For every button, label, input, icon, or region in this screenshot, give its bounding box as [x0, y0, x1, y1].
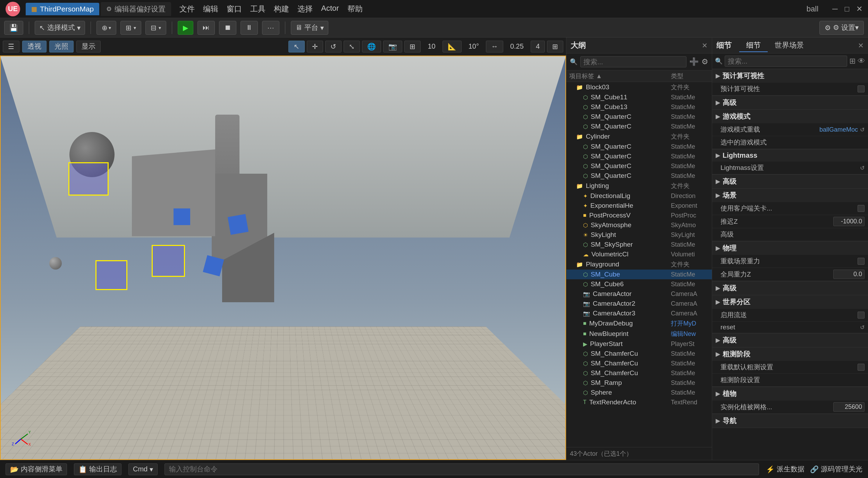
- property-checkbox[interactable]: [858, 258, 865, 265]
- selected-box-2[interactable]: [153, 246, 184, 276]
- settings-button[interactable]: ⚙ ⚙ 设置▾: [819, 21, 864, 35]
- details-section-header[interactable]: ▶高级: [712, 333, 868, 347]
- layout-button[interactable]: ⊞: [547, 41, 563, 52]
- add-actor-button[interactable]: ⊕▾: [96, 21, 116, 35]
- property-number-input[interactable]: [833, 217, 865, 226]
- property-number-input[interactable]: [833, 402, 865, 412]
- grid-tool-button[interactable]: ⊞: [404, 41, 421, 52]
- tree-row[interactable]: ⬡SM_ChamferCuStaticMe: [566, 349, 712, 358]
- details-section-header[interactable]: ▶植物: [712, 387, 868, 401]
- reset-icon[interactable]: ↺: [860, 126, 865, 133]
- outline-settings-icon[interactable]: ⚙: [701, 57, 708, 66]
- menu-help[interactable]: 帮助: [347, 4, 363, 14]
- menu-file[interactable]: 文件: [179, 4, 195, 14]
- stop-button[interactable]: ⏹: [219, 21, 236, 35]
- tree-row[interactable]: ✦ExponentialHeExponent: [566, 201, 712, 211]
- vp-perspective-button[interactable]: 透视: [22, 41, 47, 52]
- tree-row[interactable]: 📷CameraActor2CameraA: [566, 299, 712, 308]
- tab-world-settings[interactable]: 世界场景: [768, 39, 811, 52]
- details-section-header[interactable]: ▶世界分区: [712, 295, 868, 309]
- menu-select[interactable]: 选择: [297, 4, 313, 14]
- console-input[interactable]: [165, 463, 759, 475]
- selected-box-1[interactable]: [69, 163, 108, 195]
- tree-row[interactable]: ⬡SM_QuarterCStaticMe: [566, 171, 712, 181]
- world-tool-button[interactable]: 🌐: [362, 41, 381, 52]
- details-section-header[interactable]: ▶Lightmass: [712, 149, 868, 162]
- tree-row[interactable]: ⬡SkyAtmospheSkyAtmo: [566, 220, 712, 230]
- move-tool-button[interactable]: ✛: [307, 41, 323, 52]
- menu-window[interactable]: 窗口: [227, 4, 242, 14]
- tree-row[interactable]: 📁Playground文件夹: [566, 259, 712, 270]
- play-button[interactable]: ▶: [178, 21, 193, 35]
- details-section-header[interactable]: ▶导航: [712, 414, 868, 428]
- tree-row[interactable]: ⬡SM_QuarterCStaticMe: [566, 112, 712, 122]
- details-section-header[interactable]: ▶高级: [712, 175, 868, 188]
- platform-dropdown[interactable]: 🖥 平台 ▾: [291, 21, 328, 35]
- tree-row[interactable]: ■PostProcessVPostProc: [566, 211, 712, 220]
- menu-tools[interactable]: 工具: [250, 4, 266, 14]
- more-button[interactable]: ⋯: [262, 21, 279, 35]
- tree-row[interactable]: ⬡SM_ChamferCuStaticMe: [566, 358, 712, 368]
- scale-tool-button[interactable]: ⤡: [344, 41, 360, 52]
- outline-search-input[interactable]: [580, 56, 686, 67]
- property-checkbox[interactable]: [858, 364, 865, 371]
- property-number-input[interactable]: [833, 270, 865, 279]
- scale-tool-button2[interactable]: ↔: [486, 41, 503, 52]
- details-section-header[interactable]: ▶高级: [712, 281, 868, 295]
- details-section-header[interactable]: ▶粗测阶段: [712, 347, 868, 361]
- source-control-button[interactable]: 🔗 源码管理关光: [810, 464, 862, 474]
- snap-button[interactable]: ⊞▾: [120, 21, 141, 35]
- property-checkbox[interactable]: [858, 85, 865, 92]
- tree-row[interactable]: ⬡SM_RampStaticMe: [566, 378, 712, 388]
- tree-row[interactable]: 📷CameraActorCameraA: [566, 289, 712, 299]
- tree-row[interactable]: 📷CameraActor3CameraA: [566, 308, 712, 318]
- details-section-header[interactable]: ▶预计算可视性: [712, 69, 868, 83]
- details-section-header[interactable]: ▶游戏模式: [712, 110, 868, 123]
- cursor-tool-button[interactable]: ↖: [288, 41, 305, 52]
- tree-row[interactable]: 📁Cylinder文件夹: [566, 131, 712, 142]
- tree-row[interactable]: ⬡SM_QuarterCStaticMe: [566, 142, 712, 151]
- vp-show-button[interactable]: 显示: [76, 41, 101, 52]
- tree-row[interactable]: ⬡SM_Cube13StaticMe: [566, 102, 712, 112]
- details-close-button[interactable]: ✕: [858, 41, 864, 50]
- tree-row[interactable]: ■MyDrawDebug打开MyD: [566, 318, 712, 329]
- tree-row[interactable]: 📁Lighting文件夹: [566, 181, 712, 191]
- cmd-dropdown[interactable]: Cmd ▾: [128, 463, 158, 475]
- tab-details[interactable]: 细节: [739, 39, 768, 52]
- pause-button[interactable]: ⏸: [241, 21, 258, 35]
- tree-row[interactable]: ⬡SM_CubeStaticMe: [566, 270, 712, 279]
- tree-row[interactable]: ⬡SM_Cube11StaticMe: [566, 92, 712, 102]
- rotate-tool-button[interactable]: ↺: [325, 41, 342, 52]
- play-next-button[interactable]: ⏭: [197, 21, 215, 35]
- tab-thirdpersonmap[interactable]: ▦ ThirdPersonMap: [26, 3, 99, 15]
- details-section-header[interactable]: ▶场景: [712, 189, 868, 202]
- selected-box-3[interactable]: [96, 261, 126, 289]
- reset-button[interactable]: ↺: [860, 324, 865, 331]
- tree-row[interactable]: ⬡SM_QuarterCStaticMe: [566, 151, 712, 161]
- tree-row[interactable]: ⬡SM_ChamferCuStaticMe: [566, 368, 712, 378]
- maximize-button[interactable]: □: [845, 5, 849, 14]
- save-button[interactable]: 💾: [4, 21, 23, 35]
- output-log-button[interactable]: 📋 输出日志: [74, 463, 121, 475]
- tree-row[interactable]: ⬡SphereStaticMe: [566, 388, 712, 397]
- minimize-button[interactable]: ─: [832, 5, 838, 14]
- viewport-3d[interactable]: X Y Z: [0, 56, 566, 460]
- tree-item-type[interactable]: 打开MyD: [671, 319, 709, 328]
- grid-button[interactable]: ⊟▾: [145, 21, 166, 35]
- cam-button[interactable]: 4: [531, 41, 545, 52]
- details-eye-icon[interactable]: 👁: [858, 57, 865, 66]
- vp-hamburger-button[interactable]: ☰: [3, 41, 19, 52]
- tree-row[interactable]: 📁Block03文件夹: [566, 82, 712, 92]
- outline-close-button[interactable]: ✕: [702, 41, 708, 50]
- details-grid-icon[interactable]: ⊞: [849, 57, 856, 66]
- vp-lighting-button[interactable]: 光照: [49, 41, 74, 52]
- property-link[interactable]: ballGameMoc: [819, 126, 858, 133]
- details-section-header[interactable]: ▶高级: [712, 96, 868, 109]
- outline-add-icon[interactable]: ➕: [689, 57, 699, 66]
- menu-build[interactable]: 构建: [274, 4, 289, 14]
- close-button[interactable]: ✕: [856, 5, 862, 14]
- tree-row[interactable]: ⬡SM_QuarterCStaticMe: [566, 161, 712, 171]
- tree-row[interactable]: ✦DirectionalLigDirection: [566, 191, 712, 201]
- tree-row[interactable]: ▶PlayerStartPlayerSt: [566, 339, 712, 349]
- derive-data-button[interactable]: ⚡ 派生数据: [766, 464, 804, 474]
